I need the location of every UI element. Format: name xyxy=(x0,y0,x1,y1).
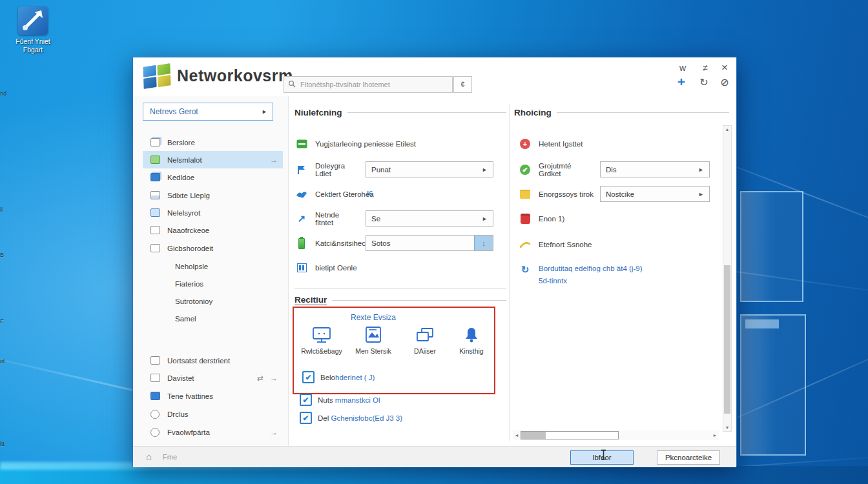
sidebar-item[interactable]: Gicbshorodeit xyxy=(143,239,283,257)
minimize-button[interactable]: w xyxy=(673,60,692,76)
count-link[interactable]: I6 xyxy=(367,190,373,197)
secondary-button[interactable]: Pkcnoarcteike xyxy=(657,450,720,465)
text-cursor xyxy=(600,449,607,461)
add-button[interactable]: + xyxy=(672,74,691,90)
checkbox-checked-icon[interactable]: ✔ xyxy=(302,371,315,383)
home-icon[interactable]: ⌂ xyxy=(146,451,152,462)
checkbox-label-link[interactable]: Gchenisfobc(Ed J3 3) xyxy=(331,414,402,422)
image-icon xyxy=(364,326,383,344)
section-header-receive: Recitiur xyxy=(294,295,506,305)
search-input[interactable] xyxy=(299,80,448,89)
horizontal-scroll-track[interactable] xyxy=(521,431,619,439)
checkbox-row[interactable]: ✔ Nuts mmanstkci Ol xyxy=(300,394,380,406)
scroll-up-icon[interactable]: ▲ xyxy=(723,127,731,132)
search-box[interactable] xyxy=(284,76,453,93)
horizontal-scroll-thumb[interactable] xyxy=(521,432,546,439)
sidebar-item[interactable]: Davistet ⇄ → xyxy=(143,369,283,387)
battery-icon xyxy=(294,238,309,249)
sharing-label: Enorgssoys tirok xyxy=(539,190,594,198)
checkbox-checked-icon[interactable]: ✔ xyxy=(300,394,312,406)
sidebar-item[interactable]: Naaofrckeoe xyxy=(143,221,283,239)
network-icon xyxy=(150,156,167,164)
stepper-button[interactable]: ↕ xyxy=(474,236,493,250)
search-filter-button[interactable]: ¢ xyxy=(453,76,472,93)
checkbox-row[interactable]: ✔ Belohderinet ( J) xyxy=(302,371,375,383)
sharing-label: Hetent Igsttet xyxy=(539,140,583,148)
sharing-row: Etefnort Ssnohe xyxy=(518,236,712,254)
settings-row: ↗ Netnde fitntet xyxy=(294,210,359,228)
checkbox-row[interactable]: ✔ Del Gchenisfobc(Ed J3 3) xyxy=(300,412,402,424)
edge-label-fragment: ltt xyxy=(0,441,5,447)
vertical-scrollbar[interactable]: ▲ ▼ xyxy=(723,125,732,432)
sidebar-item[interactable]: Berslore xyxy=(143,134,283,151)
sidebar-item-label: Sutrotonioy xyxy=(175,297,212,305)
settings-row: Cektlert Gterohéa xyxy=(294,185,506,203)
bell-icon xyxy=(463,326,480,344)
mode-card-media[interactable]: Men Stersik xyxy=(351,326,396,355)
maximize-button[interactable]: ≠ xyxy=(696,60,715,76)
sidebar-item[interactable]: Fvaolwfpárta → xyxy=(143,423,283,441)
mode-card-display[interactable]: Rwlcti&ebagy xyxy=(299,326,344,355)
sidebar-item[interactable]: Kedldoe xyxy=(143,168,283,186)
sidebar-item[interactable]: Sdixte Lleplg xyxy=(143,187,283,204)
scroll-right-icon[interactable]: ► xyxy=(711,433,719,438)
sharing-row: Enorgssoys tirok xyxy=(518,185,595,203)
desktop-shortcut[interactable]: Fűenf Yniet Fbgart xyxy=(9,6,57,54)
settings-row: Doleygra Ldiet xyxy=(294,161,359,179)
section-header-sharing: Rhoicing xyxy=(514,108,729,117)
checkbox-checked-icon[interactable]: ✔ xyxy=(300,412,312,424)
dropdown-value: Dis xyxy=(606,166,617,174)
scroll-left-icon[interactable]: ◄ xyxy=(513,433,521,438)
dropdown-grojutmte[interactable]: Dis ► xyxy=(600,161,710,177)
settings-row: bietipt Oenle xyxy=(294,259,506,277)
shortcut-icon[interactable] xyxy=(18,6,48,35)
arrow-right-icon: → xyxy=(270,156,278,165)
sidebar-item[interactable]: Tene fvattines xyxy=(143,387,283,405)
archive-icon xyxy=(150,374,167,382)
sidebar-item[interactable]: Drclus xyxy=(143,405,283,423)
dropdown-netnde[interactable]: Se ► xyxy=(366,210,493,227)
sharing-link[interactable]: Bordutitaq edelfiog chb ät4 (j-9) 5d-tin… xyxy=(539,263,642,287)
mode-card-notify[interactable]: Kinsthig xyxy=(449,326,494,355)
mode-card-label: Rwlcti&ebagy xyxy=(299,347,344,355)
settings-row: Yugjstarleoing peniesse Etilest xyxy=(294,135,506,153)
input-katci[interactable]: Sotos ↕ xyxy=(366,235,493,251)
sidebar-item-label: Uortsatst derstrient xyxy=(167,357,230,365)
checkbox-label-link[interactable]: hderinet ( J) xyxy=(335,374,375,381)
mode-card-windows[interactable]: DAiiser xyxy=(402,326,448,355)
scope-selector-value: Netrevs Gerot xyxy=(150,107,198,116)
section-divider xyxy=(294,288,506,289)
sidebar-item[interactable]: Uortsatst derstrient xyxy=(143,352,283,369)
horizontal-scrollbar[interactable]: ◄ ► xyxy=(513,430,719,440)
windows-copy-icon xyxy=(415,326,435,344)
wallpaper-window-pane xyxy=(740,314,806,456)
layers-icon xyxy=(150,173,167,181)
chevron-right-icon: ► xyxy=(698,191,704,197)
vertical-scroll-thumb[interactable] xyxy=(724,265,730,414)
scroll-down-icon[interactable]: ▼ xyxy=(723,425,731,430)
edge-label-fragment: nd xyxy=(0,90,6,97)
check-circle-icon: ✔ xyxy=(518,165,532,175)
close-button[interactable]: × xyxy=(715,60,734,76)
sidebar-item[interactable]: Nelelsyrot xyxy=(143,204,283,221)
sidebar-item-label: Neholpsle xyxy=(175,263,208,270)
dropdown-enorgssoys[interactable]: Nostcike ► xyxy=(600,186,710,202)
sidebar-item-selected[interactable]: Nelsmlalot → xyxy=(143,151,283,168)
arrow-right-icon: → xyxy=(270,374,278,383)
dropdown-doleygra[interactable]: Punat ► xyxy=(366,161,493,177)
edge-label-fragment: id xyxy=(0,358,5,365)
arrow-right-icon: → xyxy=(270,428,278,437)
checkbox-label-link[interactable]: mmanstkci Ol xyxy=(335,396,380,404)
refresh-button[interactable]: ↻ xyxy=(694,74,714,90)
swap-icon: ⇄ xyxy=(257,374,264,383)
sidebar-subitem[interactable]: Samel xyxy=(143,310,283,327)
sidebar-item-label: Samel xyxy=(175,315,196,323)
sidebar-scope-selector[interactable]: Netrevs Gerot ► xyxy=(143,103,273,121)
sidebar-subitem[interactable]: Sutrotonioy xyxy=(143,292,283,310)
highlight-red-box: Rexte Evsiza Rwlcti&ebagy Men Stersik xyxy=(293,307,495,394)
app-title: Networkovsrm xyxy=(177,66,293,85)
block-button[interactable]: ⊘ xyxy=(715,74,734,90)
mode-card-label: Kinsthig xyxy=(449,347,494,355)
sidebar-subitem[interactable]: Neholpsle xyxy=(143,257,283,275)
sidebar-subitem[interactable]: Fiaterios xyxy=(143,275,283,292)
